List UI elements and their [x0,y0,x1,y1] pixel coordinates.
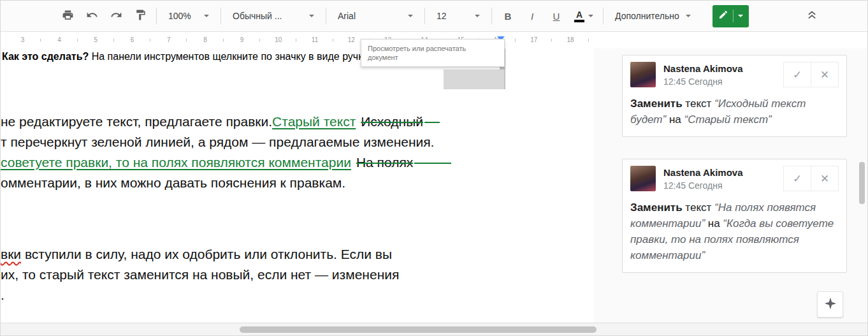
card-header: Nastena Akimova 12:45 Сегодня ✓ ✕ [630,166,839,191]
toolbar-separator [491,8,492,24]
toolbar: 100% Обычный ... Arial 12 B I U A Допо [1,1,867,32]
suggestion-text: Заменить текст “Исходный текст будет” на… [630,96,839,128]
ruler-number: 3 [4,32,41,48]
explore-star-icon [823,296,837,313]
italic-button[interactable]: I [520,4,544,27]
doc-line: омментарии, в них можно давать пояснения… [1,173,451,193]
doc-line: т перечеркнут зеленой линией, а рядом — … [1,132,451,152]
explore-button[interactable] [817,291,843,318]
misspelled-word: вки [1,247,21,261]
doc-line: не редактируете текст, предлагаете правк… [1,112,451,132]
doc-text: . [1,288,4,302]
strike-extension [424,122,440,123]
bold-button[interactable]: B [496,4,520,27]
doc-text: омментарии, в них можно давать пояснения… [1,175,345,190]
font-size-select[interactable]: 12 [429,4,488,27]
tooltip-text: Просмотреть или распечатать документ [368,45,466,61]
horizontal-ruler: 3 4 5 6 7 8 9 10 11 12 13 14 15 16 17 18 [1,32,594,48]
timestamp: 12:45 Сегодня [663,180,783,191]
ruler-number: 4 [41,32,77,48]
suggested-insertion: советуете правки, то на полях появляются… [1,155,351,170]
horizontal-scrollbar-thumb[interactable] [240,326,597,333]
toolbar-separator [603,8,604,24]
doc-text: не редактируете текст, предлагаете правк… [1,114,272,129]
ruler-number: 10 [260,32,296,48]
font-select[interactable]: Arial [330,4,421,27]
suggested-insertion: Старый текст [272,114,356,129]
card-meta: Nastena Akimova 12:45 Сегодня [663,62,783,87]
collapse-toolbar-button[interactable] [800,4,824,27]
mid-text: текст [683,98,714,110]
close-icon: ✕ [820,172,829,186]
embedded-image-fragment [444,69,504,89]
ruler-number: 9 [224,32,260,48]
paragraph-accept-reject: вки вступили в силу, надо их одобрить ил… [1,244,399,305]
ruler-number: 17 [516,32,552,48]
text-color-button[interactable]: A [568,4,599,27]
toolbar-separator [221,8,221,24]
suggested-deletion: Исходный [361,114,423,129]
zoom-value: 100% [168,11,191,21]
paint-format-icon [134,9,147,24]
font-size-value: 12 [437,11,447,21]
author-name: Nastena Akimova [663,167,783,178]
suggestion-card[interactable]: Nastena Akimova 12:45 Сегодня ✓ ✕ Замени… [622,55,847,137]
doc-line: советуете правки, то на полях появляются… [1,152,451,173]
reject-suggestion-button[interactable]: ✕ [811,166,839,191]
ruler-scale: 3 4 5 6 7 8 9 10 11 12 13 14 15 16 17 18 [1,32,594,48]
doc-text: вступили в силу, надо их одобрить или от… [21,247,392,261]
font-value: Arial [338,11,356,21]
chevron-down-icon [475,15,480,17]
connector-text: на [666,113,684,126]
underline-button[interactable]: U [544,4,568,27]
vertical-scrollbar-thumb[interactable] [859,162,865,204]
connector-text: на [705,217,723,230]
card-header: Nastena Akimova 12:45 Сегодня ✓ ✕ [630,62,839,87]
paragraph-style-value: Обычный ... [233,11,282,21]
zoom-select[interactable]: 100% [161,4,217,27]
paragraph-style-select[interactable]: Обычный ... [225,4,322,27]
paint-format-button[interactable] [128,4,152,27]
suggesting-mode-button[interactable] [712,5,749,27]
paragraph-suggestions: не редактируете текст, предлагаете правк… [1,112,451,193]
more-menu[interactable]: Дополнительно [607,4,698,27]
collapse-chevrons-icon [806,8,818,24]
horizontal-scrollbar-track[interactable] [1,323,867,335]
print-tooltip: Просмотреть или распечатать документ [361,39,505,67]
ruler-number: 18 [552,32,588,48]
accept-suggestion-button[interactable]: ✓ [783,166,811,191]
ruler-number: 7 [150,32,187,48]
strike-extension [414,163,451,164]
ruler-number: 6 [114,32,150,48]
chevron-down-icon [588,15,593,17]
doc-heading-line: Как это сделать? На панели инструментов … [2,50,368,63]
timestamp: 12:45 Сегодня [663,77,783,87]
document-page[interactable]: Как это сделать? На панели инструментов … [1,48,594,324]
toolbar-separator [156,8,157,24]
redo-button[interactable] [104,4,128,27]
suggesting-pen-icon [718,10,728,22]
ruler-number: 8 [187,32,223,48]
underline-label: U [553,11,560,22]
doc-line: вки вступили в силу, надо их одобрить ил… [1,244,399,265]
bold-label: B [505,11,512,22]
mid-text: текст [683,201,714,214]
accept-suggestion-button[interactable]: ✓ [783,62,811,87]
card-actions: ✓ ✕ [783,166,839,191]
close-icon: ✕ [820,68,829,82]
undo-button[interactable] [80,4,104,27]
author-name: Nastena Akimova [663,63,783,74]
avatar [630,166,656,191]
card-meta: Nastena Akimova 12:45 Сегодня [663,166,783,191]
print-button[interactable] [55,4,80,27]
action-word: Заменить [630,201,683,214]
suggestion-card[interactable]: Nastena Akimova 12:45 Сегодня ✓ ✕ Замени… [622,159,847,273]
text-color-icon: A [574,10,584,22]
button-divider [733,10,734,22]
reject-suggestion-button[interactable]: ✕ [811,62,839,87]
toolbar-separator [326,8,326,24]
heading-rest-text: На панели инструментов щелкните по значк… [89,51,368,62]
ruler-number: 5 [78,32,114,48]
check-icon: ✓ [793,68,802,82]
chevron-down-icon [204,15,209,17]
